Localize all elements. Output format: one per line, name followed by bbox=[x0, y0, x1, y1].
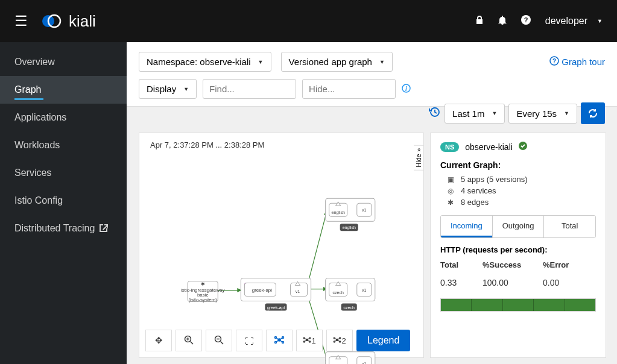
apps-icon: ▣ bbox=[446, 175, 455, 184]
graph-canvas[interactable]: Apr 7, 2:37:28 PM ... 2:38:28 PM Hide» bbox=[139, 133, 424, 358]
sidebar-item-applications[interactable]: Applications bbox=[0, 104, 127, 131]
time-range-dropdown[interactable]: Last 1m bbox=[445, 104, 505, 124]
move-icon: ✥ bbox=[155, 335, 163, 346]
bell-icon[interactable] bbox=[498, 15, 507, 27]
svg-text:czech: czech bbox=[344, 306, 355, 310]
help-icon[interactable]: ? bbox=[521, 15, 531, 27]
stat-edges: ✱8 edges bbox=[446, 198, 596, 207]
svg-text:greek-api: greek-api bbox=[252, 287, 273, 293]
lock-icon[interactable] bbox=[475, 15, 484, 27]
http-title: HTTP (requests per second): bbox=[440, 245, 596, 254]
table-row: 0.33 100.00 0.00 bbox=[440, 278, 596, 287]
svg-text:(istio-system): (istio-system) bbox=[188, 297, 217, 303]
question-circle-icon: ? bbox=[549, 56, 559, 67]
sidebar-item-workloads[interactable]: Workloads bbox=[0, 131, 127, 159]
sidebar-item-graph[interactable]: Graph bbox=[0, 76, 127, 104]
drag-tool-button[interactable]: ✥ bbox=[145, 330, 172, 351]
topology-1-icon bbox=[303, 336, 311, 346]
svg-line-11 bbox=[308, 212, 327, 285]
history-icon[interactable] bbox=[429, 107, 440, 121]
brand-logo[interactable]: kiali bbox=[42, 12, 96, 31]
svg-text:?: ? bbox=[524, 16, 528, 24]
user-name: developer bbox=[545, 16, 587, 27]
namespace-row: NS observe-kiali bbox=[440, 142, 596, 152]
tab-incoming[interactable]: Incoming bbox=[441, 216, 492, 237]
svg-line-57 bbox=[221, 341, 224, 344]
layout-2-button[interactable]: 2 bbox=[326, 330, 353, 351]
external-link-icon bbox=[100, 224, 108, 234]
namespace-dropdown[interactable]: Namespace: observe-kiali bbox=[139, 52, 271, 72]
tab-outgoing[interactable]: Outgoing bbox=[492, 216, 544, 237]
graph-type-dropdown[interactable]: Versioned app graph bbox=[281, 52, 393, 72]
svg-text:english: english bbox=[343, 225, 356, 230]
kiali-logo-icon bbox=[42, 14, 64, 28]
hide-input[interactable] bbox=[302, 79, 396, 99]
zoom-in-icon bbox=[184, 335, 194, 347]
tab-total[interactable]: Total bbox=[543, 216, 595, 237]
namespace-badge: NS bbox=[440, 142, 459, 152]
svg-text:v1: v1 bbox=[362, 362, 366, 364]
stat-services: ◎4 services bbox=[446, 186, 596, 195]
refresh-interval-dropdown[interactable]: Every 15s bbox=[508, 104, 577, 124]
menu-toggle-icon[interactable]: ☰ bbox=[14, 13, 28, 30]
svg-text:?: ? bbox=[552, 58, 556, 64]
graph-toolbar: ✥ ⛶ 1 2 Legend bbox=[145, 330, 410, 351]
topology-icon bbox=[274, 334, 285, 347]
display-dropdown[interactable]: Display bbox=[139, 79, 197, 99]
sidebar: Overview Graph Applications Workloads Se… bbox=[0, 42, 127, 364]
svg-text:v1: v1 bbox=[362, 208, 366, 212]
graph-tour-link[interactable]: ? Graph tour bbox=[549, 56, 605, 67]
expand-icon: ⛶ bbox=[245, 336, 254, 346]
refresh-button[interactable] bbox=[581, 102, 605, 124]
brand-text: kiali bbox=[69, 12, 96, 31]
namespace-name: observe-kiali bbox=[465, 142, 513, 152]
services-icon: ◎ bbox=[446, 187, 455, 195]
main-area: Namespace: observe-kiali Versioned app g… bbox=[127, 42, 617, 364]
filter-toolbar: Namespace: observe-kiali Versioned app g… bbox=[127, 42, 617, 77]
zoom-out-icon bbox=[214, 335, 224, 347]
legend-button[interactable]: Legend bbox=[356, 330, 410, 351]
svg-line-53 bbox=[191, 341, 194, 344]
stat-apps: ▣5 apps (5 versions) bbox=[446, 175, 596, 184]
traffic-bar bbox=[440, 298, 596, 312]
info-icon[interactable]: i bbox=[402, 84, 411, 95]
current-graph-title: Current Graph: bbox=[440, 160, 596, 170]
fit-button[interactable]: ⛶ bbox=[236, 330, 262, 351]
sidebar-item-istio-config[interactable]: Istio Config bbox=[0, 187, 127, 215]
zoom-in-button[interactable] bbox=[176, 330, 202, 351]
edges-icon: ✱ bbox=[446, 198, 455, 207]
user-menu[interactable]: developer bbox=[545, 16, 603, 27]
time-controls: Last 1m Every 15s bbox=[429, 102, 605, 124]
topology-2-icon bbox=[333, 336, 341, 346]
sidebar-item-overview[interactable]: Overview bbox=[0, 48, 127, 76]
topbar-right: ? developer bbox=[475, 15, 603, 27]
svg-text:czech: czech bbox=[333, 290, 344, 295]
svg-text:greek-api: greek-api bbox=[267, 306, 285, 310]
svg-text:v1: v1 bbox=[296, 289, 300, 293]
topbar: ☰ kiali ? developer bbox=[0, 0, 617, 42]
svg-line-12 bbox=[308, 295, 328, 363]
svg-text:v1: v1 bbox=[362, 288, 366, 292]
traffic-tabs: Incoming Outgoing Total bbox=[440, 215, 596, 238]
health-ok-icon bbox=[519, 142, 527, 152]
svg-text:✱: ✱ bbox=[201, 281, 205, 287]
svg-text:english: english bbox=[332, 210, 345, 215]
zoom-out-button[interactable] bbox=[206, 330, 232, 351]
sidebar-item-services[interactable]: Services bbox=[0, 159, 127, 187]
svg-text:i: i bbox=[405, 85, 407, 92]
find-input[interactable] bbox=[203, 79, 296, 99]
layout-1-button[interactable]: 1 bbox=[296, 330, 323, 351]
layout-default-button[interactable] bbox=[266, 330, 293, 351]
sidebar-item-distributed-tracing[interactable]: Distributed Tracing bbox=[0, 215, 127, 242]
summary-panel: NS observe-kiali Current Graph: ▣5 apps … bbox=[430, 133, 606, 358]
table-header: Total %Success %Error bbox=[440, 260, 596, 269]
